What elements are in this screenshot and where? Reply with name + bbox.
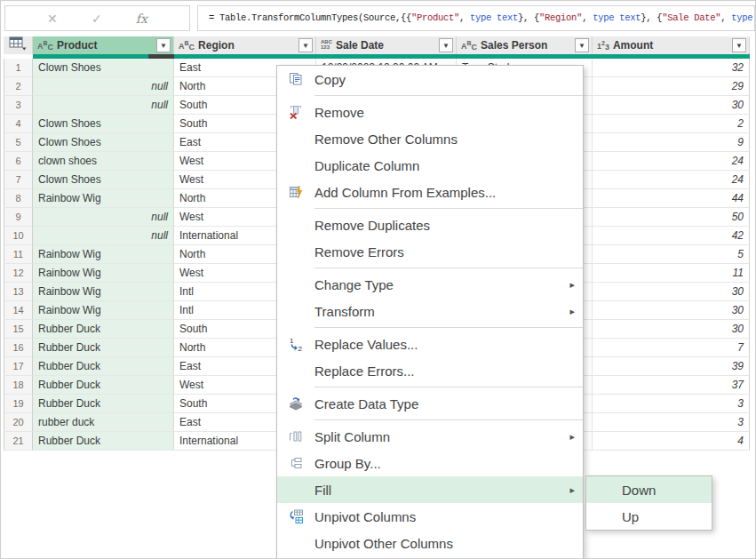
filter-dropdown-button[interactable]: ▼ <box>575 38 589 52</box>
menu-item-remove[interactable]: Remove <box>277 99 583 125</box>
cell-amount[interactable]: 39 <box>593 357 750 376</box>
filter-dropdown-button[interactable]: ▼ <box>156 38 171 52</box>
cell-product[interactable]: Rainbow Wig <box>33 264 174 283</box>
formula-input[interactable]: = Table.TransformColumnTypes(Source,{{"P… <box>197 5 755 31</box>
cell-amount[interactable]: 30 <box>593 283 750 301</box>
column-header-sales-person[interactable]: ABCSales Person▼ <box>457 36 593 54</box>
cell-product[interactable]: clown shoes <box>33 152 174 171</box>
cell-product[interactable]: Rubber Duck <box>33 395 174 413</box>
cell-amount[interactable]: 24 <box>593 171 750 189</box>
cell-amount[interactable]: 29 <box>593 77 750 96</box>
row-number[interactable]: 14 <box>4 301 33 320</box>
menu-item-label: Split Column <box>314 429 569 444</box>
filter-dropdown-button[interactable]: ▼ <box>732 38 746 52</box>
cell-product[interactable]: Clown Shoes <box>33 133 174 152</box>
filter-dropdown-button[interactable]: ▼ <box>439 38 453 52</box>
commit-formula-icon[interactable]: ✓ <box>92 12 102 25</box>
menu-item-remove-errors[interactable]: Remove Errors <box>277 238 583 265</box>
row-number[interactable]: 16 <box>4 339 33 357</box>
cell-amount[interactable]: 3 <box>593 413 750 432</box>
cell-product[interactable]: Clown Shoes <box>33 171 174 189</box>
cell-product[interactable]: null <box>33 96 174 115</box>
column-header-sale-date[interactable]: ABC123Sale Date▼ <box>316 36 457 54</box>
cell-amount[interactable]: 37 <box>593 376 750 395</box>
menu-item-replace-errors[interactable]: Replace Errors... <box>277 357 583 384</box>
row-number[interactable]: 17 <box>4 357 33 376</box>
cell-product[interactable]: Rainbow Wig <box>33 283 174 301</box>
row-number[interactable]: 7 <box>4 171 33 189</box>
menu-item-unpivot-other-columns[interactable]: Unpivot Other Columns <box>277 530 583 556</box>
menu-item-unpivot-columns[interactable]: Unpivot Columns <box>277 503 583 530</box>
row-number[interactable]: 20 <box>4 413 33 432</box>
cell-amount[interactable]: 9 <box>593 133 750 152</box>
row-number[interactable]: 11 <box>4 245 33 264</box>
cell-product[interactable]: null <box>33 208 174 227</box>
menu-item-remove-other-columns[interactable]: Remove Other Columns <box>277 125 583 152</box>
cell-product[interactable]: Rainbow Wig <box>33 245 174 264</box>
menu-item-create-data-type[interactable]: Create Data Type <box>277 390 583 417</box>
cell-product[interactable]: null <box>33 227 174 245</box>
add-column-examples-icon <box>277 185 314 199</box>
menu-item-split-column[interactable]: Split Column▸ <box>277 423 583 450</box>
row-number[interactable]: 5 <box>4 133 33 152</box>
row-number[interactable]: 15 <box>4 320 33 339</box>
row-number[interactable]: 10 <box>4 227 33 245</box>
row-number[interactable]: 18 <box>4 376 33 395</box>
submenu-item-down[interactable]: Down <box>586 476 712 503</box>
row-number[interactable]: 3 <box>4 96 33 115</box>
column-header-amount[interactable]: 123Amount▼ <box>593 36 750 54</box>
cell-amount[interactable]: 3 <box>593 395 750 413</box>
cell-product[interactable]: Rubber Duck <box>33 432 174 451</box>
filter-dropdown-button[interactable]: ▼ <box>298 38 313 52</box>
cell-amount[interactable]: 44 <box>593 189 750 208</box>
cell-amount[interactable]: 2 <box>593 115 750 133</box>
menu-item-replace-values[interactable]: 12Replace Values... <box>277 331 583 357</box>
cell-product[interactable]: Rainbow Wig <box>33 189 174 208</box>
cell-amount[interactable]: 42 <box>593 227 750 245</box>
row-number[interactable]: 13 <box>4 283 33 301</box>
menu-item-duplicate-column[interactable]: Duplicate Column <box>277 152 583 179</box>
row-number[interactable]: 9 <box>4 208 33 227</box>
cell-amount[interactable]: 4 <box>593 432 750 451</box>
menu-item-remove-duplicates[interactable]: Remove Duplicates <box>277 212 583 238</box>
cell-product[interactable]: Rubber Duck <box>33 357 174 376</box>
row-number[interactable]: 1 <box>4 59 33 77</box>
cell-amount[interactable]: 30 <box>593 96 750 115</box>
cell-amount[interactable]: 24 <box>593 152 750 171</box>
cell-amount[interactable]: 30 <box>593 301 750 320</box>
cell-product[interactable]: Clown Shoes <box>33 115 174 133</box>
cell-product[interactable]: Rubber Duck <box>33 320 174 339</box>
table-select-all-button[interactable] <box>4 36 33 54</box>
row-number[interactable]: 4 <box>4 115 33 133</box>
cell-product[interactable]: null <box>33 77 174 96</box>
cell-amount[interactable]: 30 <box>593 320 750 339</box>
cell-product[interactable]: Clown Shoes <box>33 59 174 77</box>
menu-item-add-column-from-examples[interactable]: Add Column From Examples... <box>277 179 583 205</box>
row-number[interactable]: 2 <box>4 77 33 96</box>
cell-amount[interactable]: 7 <box>593 339 750 357</box>
cell-amount[interactable]: 11 <box>593 264 750 283</box>
cell-amount[interactable]: 5 <box>593 245 750 264</box>
row-number[interactable]: 12 <box>4 264 33 283</box>
cell-product[interactable]: Rubber Duck <box>33 339 174 357</box>
cell-amount[interactable]: 32 <box>593 59 750 77</box>
menu-item-fill[interactable]: Fill▸ <box>277 476 583 503</box>
fx-icon[interactable]: fx <box>136 12 147 26</box>
cell-product[interactable]: Rubber Duck <box>33 376 174 395</box>
menu-item-transform[interactable]: Transform▸ <box>277 298 583 324</box>
row-number[interactable]: 8 <box>4 189 33 208</box>
cancel-formula-icon[interactable]: ✕ <box>47 12 58 25</box>
row-number[interactable]: 6 <box>4 152 33 171</box>
menu-item-copy[interactable]: Copy <box>277 66 583 92</box>
submenu-item-up[interactable]: Up <box>586 503 712 530</box>
svg-text:2: 2 <box>298 345 303 352</box>
cell-amount[interactable]: 50 <box>593 208 750 227</box>
menu-item-group-by[interactable]: Group By... <box>277 450 583 476</box>
column-header-product[interactable]: ABCProduct▼ <box>33 36 174 54</box>
row-number[interactable]: 19 <box>4 395 33 413</box>
menu-item-change-type[interactable]: Change Type▸ <box>277 271 583 298</box>
cell-product[interactable]: rubber duck <box>33 413 174 432</box>
cell-product[interactable]: Rainbow Wig <box>33 301 174 320</box>
row-number[interactable]: 21 <box>4 432 33 451</box>
column-header-region[interactable]: ABCRegion▼ <box>174 36 316 54</box>
